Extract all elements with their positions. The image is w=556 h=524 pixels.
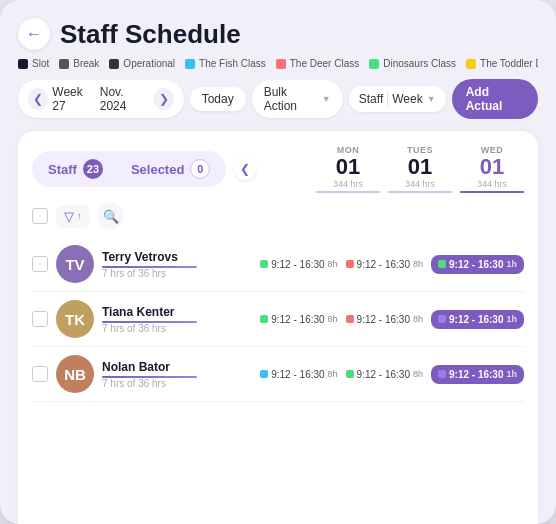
avatar: TK	[56, 300, 94, 338]
select-all-checkbox[interactable]	[32, 208, 48, 224]
week-chevron-icon: ▼	[427, 94, 436, 104]
shift-cell-active[interactable]: 9:12 - 16:30 1h	[431, 255, 524, 274]
staff-week-button[interactable]: Staff Week ▼	[349, 86, 446, 112]
legend-item: The Toddler Daycare Class	[466, 58, 538, 69]
app-container: ← Staff Schedule SlotBreakOperationalThe…	[0, 0, 556, 524]
shift-hrs: 1h	[506, 314, 517, 324]
shift-cell: 9:12 - 16:30 8h	[260, 310, 337, 329]
staff-count-badge: 23	[83, 159, 103, 179]
legend-item: Break	[59, 58, 99, 69]
legend-label: Slot	[32, 58, 49, 69]
bulk-action-button[interactable]: Bulk Action ▼	[252, 80, 343, 118]
legend-row: SlotBreakOperationalThe Fish ClassThe De…	[18, 58, 538, 69]
search-icon: 🔍	[103, 209, 119, 224]
cal-hrs: 344 hrs	[405, 179, 435, 189]
shift-dot	[260, 260, 268, 268]
calendar-day-column: MON 01 344 hrs	[316, 145, 380, 193]
staff-info: Nolan Bator 7 hrs of 36 hrs	[102, 360, 197, 389]
cal-day-num[interactable]: 01	[480, 155, 504, 179]
legend-label: Break	[73, 58, 99, 69]
staff-checkbox[interactable]	[32, 256, 48, 272]
shift-cell-active[interactable]: 9:12 - 16:30 1h	[431, 310, 524, 329]
shift-hrs: 8h	[413, 369, 423, 379]
page-title: Staff Schedule	[60, 19, 241, 50]
cal-day-num[interactable]: 01	[336, 155, 360, 179]
shift-cell: 9:12 - 16:30 8h	[346, 365, 423, 384]
back-button[interactable]: ←	[18, 18, 50, 50]
calendar-day-column: TUES 01 344 hrs	[388, 145, 452, 193]
shift-cell-active[interactable]: 9:12 - 16:30 1h	[431, 365, 524, 384]
legend-dot	[466, 59, 476, 69]
legend-dot	[109, 59, 119, 69]
toolbar-row: ❮ Week 27 Nov. 2024 ❯ Today Bulk Action …	[18, 79, 538, 119]
staff-row: TK Tiana Kenter 7 hrs of 36 hrs 9:12 - 1…	[32, 292, 524, 347]
controls-row: ▽ ↑ 🔍	[32, 203, 524, 229]
shift-dot	[346, 370, 354, 378]
shift-cells: 9:12 - 16:30 8h 9:12 - 16:30 8h 9:12 - 1…	[260, 365, 524, 384]
calendar-prev-arrow[interactable]: ❮	[234, 158, 256, 180]
shift-time: 9:12 - 16:30	[449, 369, 503, 380]
shift-cell: 9:12 - 16:30 8h	[346, 310, 423, 329]
week-nav[interactable]: ❮ Week 27 Nov. 2024 ❯	[18, 80, 184, 118]
legend-label: The Fish Class	[199, 58, 266, 69]
staff-list: TV Terry Vetrovs 7 hrs of 36 hrs 9:12 - …	[32, 237, 524, 524]
shift-dot	[438, 370, 446, 378]
shift-hrs: 8h	[328, 314, 338, 324]
staff-tab[interactable]: Staff 23	[34, 153, 117, 185]
staff-hrs: 7 hrs of 36 hrs	[102, 323, 197, 334]
shift-dot	[260, 315, 268, 323]
shift-time: 9:12 - 16:30	[357, 259, 410, 270]
shift-dot	[346, 315, 354, 323]
staff-checkbox[interactable]	[32, 311, 48, 327]
cal-bar	[460, 191, 524, 193]
search-button[interactable]: 🔍	[98, 203, 124, 229]
legend-label: Dinosaurs Class	[383, 58, 456, 69]
legend-item: Slot	[18, 58, 49, 69]
staff-hrs: 7 hrs of 36 hrs	[102, 268, 197, 279]
shift-time: 9:12 - 16:30	[449, 314, 503, 325]
shift-hrs: 1h	[506, 259, 517, 269]
cal-bar	[388, 191, 452, 193]
prev-week-button[interactable]: ❮	[28, 88, 48, 110]
staff-row: NB Nolan Bator 7 hrs of 36 hrs 9:12 - 16…	[32, 347, 524, 402]
staff-info: Tiana Kenter 7 hrs of 36 hrs	[102, 305, 197, 334]
shift-time: 9:12 - 16:30	[449, 259, 503, 270]
legend-dot	[369, 59, 379, 69]
shift-time: 9:12 - 16:30	[271, 314, 324, 325]
staff-label: Staff	[359, 92, 383, 106]
cal-day-num[interactable]: 01	[408, 155, 432, 179]
today-button[interactable]: Today	[190, 87, 246, 111]
avatar: NB	[56, 355, 94, 393]
week-dropdown-label: Week	[392, 92, 422, 106]
divider	[387, 91, 388, 107]
legend-item: Operational	[109, 58, 175, 69]
cal-bar	[316, 191, 380, 193]
staff-name: Nolan Bator	[102, 360, 197, 374]
legend-label: The Deer Class	[290, 58, 359, 69]
avatar: TV	[56, 245, 94, 283]
staff-hrs: 7 hrs of 36 hrs	[102, 378, 197, 389]
legend-dot	[185, 59, 195, 69]
main-content: Staff 23 Selected 0 ❮ MON 01 344 hrs TUE…	[18, 131, 538, 524]
staff-name: Tiana Kenter	[102, 305, 197, 319]
month-label: Nov. 2024	[100, 85, 150, 113]
shift-time: 9:12 - 16:30	[357, 369, 410, 380]
staff-info: Terry Vetrovs 7 hrs of 36 hrs	[102, 250, 197, 279]
staff-checkbox[interactable]	[32, 366, 48, 382]
shift-dot	[438, 260, 446, 268]
selected-tab[interactable]: Selected 0	[117, 153, 224, 185]
shift-cell: 9:12 - 16:30 8h	[260, 365, 337, 384]
filter-arrow-icon: ↑	[77, 211, 82, 221]
next-week-button[interactable]: ❯	[153, 88, 173, 110]
add-actual-button[interactable]: Add Actual	[452, 79, 538, 119]
staff-header: Staff 23 Selected 0 ❮ MON 01 344 hrs TUE…	[32, 145, 524, 193]
selected-count-badge: 0	[190, 159, 210, 179]
shift-cells: 9:12 - 16:30 8h 9:12 - 16:30 8h 9:12 - 1…	[260, 255, 524, 274]
shift-cell: 9:12 - 16:30 8h	[346, 255, 423, 274]
legend-dot	[18, 59, 28, 69]
legend-item: Dinosaurs Class	[369, 58, 456, 69]
cal-hrs: 344 hrs	[477, 179, 507, 189]
legend-item: The Deer Class	[276, 58, 359, 69]
filter-button[interactable]: ▽ ↑	[56, 205, 90, 228]
staff-row: TV Terry Vetrovs 7 hrs of 36 hrs 9:12 - …	[32, 237, 524, 292]
